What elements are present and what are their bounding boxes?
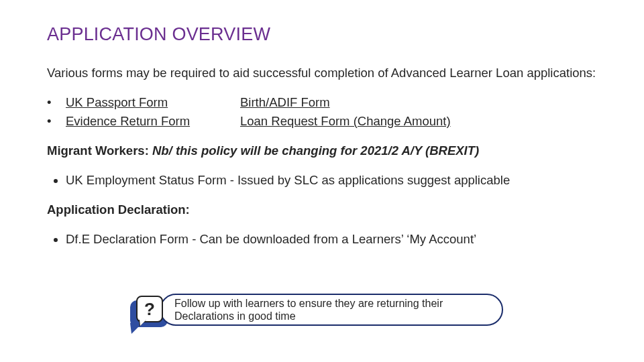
tip-text-bubble: Follow up with learners to ensure they a… [160, 294, 503, 326]
list-item: Df.E Declaration Form - Can be downloade… [66, 232, 597, 247]
form-links-block: • UK Passport Form Birth/ADIF Form • Evi… [47, 95, 597, 129]
slide-page: APPLICATION OVERVIEW Various forms may b… [0, 0, 644, 362]
link-cell: Evidence Return Form [66, 114, 240, 129]
page-title: APPLICATION OVERVIEW [47, 24, 597, 45]
bullet-glyph: • [47, 114, 66, 129]
migrant-workers-label: Migrant Workers: [47, 143, 149, 158]
link-uk-passport-form[interactable]: UK Passport Form [66, 95, 168, 109]
migrant-workers-policy-note: Nb/ this policy will be changing for 202… [152, 143, 479, 158]
bullet-glyph: • [47, 95, 66, 110]
link-cell: Birth/ADIF Form [240, 95, 330, 110]
link-cell: UK Passport Form [66, 95, 240, 110]
tip-text: Follow up with learners to ensure they a… [174, 297, 491, 322]
link-row: • UK Passport Form Birth/ADIF Form [47, 95, 597, 110]
link-birth-adif-form[interactable]: Birth/ADIF Form [240, 95, 330, 109]
question-mark-glyph: ? [144, 299, 155, 320]
tip-callout: Follow up with learners to ensure they a… [134, 294, 510, 334]
application-declaration-heading: Application Declaration: [47, 202, 597, 217]
list-item: UK Employment Status Form - Issued by SL… [66, 173, 597, 188]
question-icon-tail [140, 319, 147, 326]
intro-paragraph: Various forms may be required to aid suc… [47, 65, 597, 80]
migrant-workers-note: Migrant Workers: Nb/ this policy will be… [47, 143, 597, 158]
link-loan-request-form-change-amount[interactable]: Loan Request Form (Change Amount) [240, 114, 451, 128]
link-evidence-return-form[interactable]: Evidence Return Form [66, 114, 190, 128]
declaration-list: Df.E Declaration Form - Can be downloade… [47, 232, 597, 247]
link-cell: Loan Request Form (Change Amount) [240, 114, 451, 129]
link-row: • Evidence Return Form Loan Request Form… [47, 114, 597, 129]
employment-list: UK Employment Status Form - Issued by SL… [47, 173, 597, 188]
question-mark-icon: ? [136, 296, 163, 322]
